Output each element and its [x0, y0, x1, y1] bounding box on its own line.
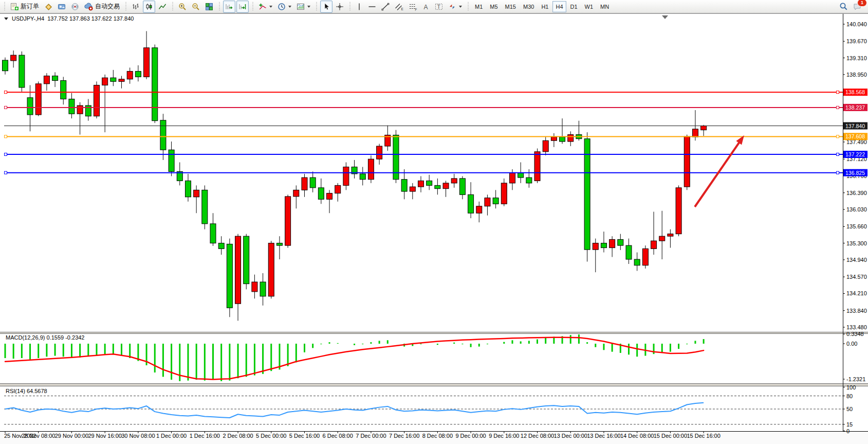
- zoom-out-icon: [192, 3, 200, 11]
- hline-marker[interactable]: [837, 171, 839, 174]
- new-order-icon: [10, 3, 19, 11]
- tile-windows-button[interactable]: [203, 1, 215, 13]
- candle: [69, 99, 75, 114]
- candle: [127, 72, 133, 79]
- toolbar-grip[interactable]: [316, 2, 317, 11]
- candle: [152, 48, 158, 121]
- fibonacci-button[interactable]: F: [407, 1, 419, 13]
- timeframe-m5[interactable]: M5: [487, 1, 501, 12]
- candle: [543, 140, 548, 152]
- line-chart-icon: [158, 3, 167, 11]
- svg-text:A: A: [424, 3, 428, 10]
- candle: [135, 72, 141, 77]
- hline-marker[interactable]: [5, 135, 7, 138]
- price-tag-label: 136.825: [845, 170, 865, 176]
- cursor-button[interactable]: [320, 1, 333, 13]
- candle: [252, 282, 257, 292]
- equidistant-channel-button[interactable]: E: [393, 1, 405, 13]
- timeframe-m30[interactable]: M30: [520, 1, 537, 12]
- candle: [377, 146, 382, 159]
- price-tick-label: 134.210: [846, 290, 867, 296]
- candle: [551, 137, 557, 140]
- notifications-button[interactable]: 1: [851, 1, 864, 13]
- chart-window[interactable]: 140.040139.670139.310138.950137.490137.1…: [0, 13, 868, 444]
- timeframe-mn[interactable]: MN: [597, 1, 612, 12]
- timeframe-m15[interactable]: M15: [502, 1, 519, 12]
- trendline-button[interactable]: [379, 1, 392, 13]
- hline-marker[interactable]: [5, 91, 7, 94]
- candle: [501, 183, 507, 204]
- zoom-in-button[interactable]: [176, 1, 189, 13]
- toolbar-grip[interactable]: [467, 2, 469, 11]
- timeframe-w1[interactable]: W1: [582, 1, 597, 12]
- bar-chart-button[interactable]: [130, 1, 142, 13]
- timeframe-h4[interactable]: H4: [552, 1, 566, 12]
- candle: [19, 55, 25, 87]
- arrows-button[interactable]: [446, 1, 464, 13]
- candle: [260, 282, 266, 296]
- toolbar-grip[interactable]: [172, 2, 173, 11]
- time-label: 14 Dec 08:00: [620, 433, 654, 439]
- time-label: 30 Nov 08:00: [121, 433, 155, 439]
- vertical-line-button[interactable]: [354, 1, 365, 13]
- time-label: 15 Dec 16:00: [687, 433, 720, 439]
- profiles-button[interactable]: [42, 1, 54, 13]
- text-label-button[interactable]: T: [433, 1, 445, 13]
- price-tick-label: 139.670: [846, 38, 867, 44]
- text-button[interactable]: A: [420, 1, 432, 13]
- time-label: 2 Dec 08:00: [223, 433, 253, 439]
- zoom-out-button[interactable]: [190, 1, 202, 13]
- search-button[interactable]: [837, 1, 850, 13]
- templates-button[interactable]: [294, 1, 312, 13]
- candle: [401, 180, 407, 191]
- crosshair-icon: [336, 3, 344, 11]
- time-label: 29 Nov 00:00: [55, 433, 88, 439]
- new-order-label: 新订单: [21, 2, 39, 11]
- candle: [343, 167, 349, 185]
- price-tick-label: 136.030: [846, 206, 867, 212]
- cursor-icon: [322, 3, 330, 11]
- hline-marker[interactable]: [837, 106, 839, 109]
- candle: [169, 150, 174, 171]
- hline-marker[interactable]: [837, 91, 839, 94]
- market-watch-button[interactable]: [56, 1, 68, 13]
- toolbar-grip[interactable]: [125, 2, 126, 11]
- candle: [218, 243, 224, 249]
- timeframe-m1[interactable]: M1: [472, 1, 486, 12]
- chart-canvas[interactable]: 140.040139.670139.310138.950137.490137.1…: [0, 13, 868, 444]
- toolbar-grip[interactable]: [218, 2, 220, 11]
- crosshair-button[interactable]: [334, 1, 346, 13]
- chart-menu-icon[interactable]: [4, 17, 8, 20]
- time-label: 7 Dec 16:00: [389, 433, 419, 439]
- timeframe-h1[interactable]: H1: [538, 1, 551, 12]
- indicators-button[interactable]: [256, 1, 274, 13]
- macd-tick-label: 0.3348: [846, 331, 864, 337]
- hline-marker[interactable]: [5, 106, 7, 109]
- line-chart-button[interactable]: [156, 1, 169, 13]
- time-label: 13 Dec 16:00: [587, 433, 620, 439]
- periods-icon: [278, 3, 286, 11]
- hline-marker[interactable]: [5, 171, 7, 174]
- rsi-label: RSI(14) 64.5678: [6, 388, 47, 394]
- hline-marker[interactable]: [5, 153, 7, 156]
- candle: [659, 236, 665, 241]
- periods-button[interactable]: [275, 1, 293, 13]
- signals-button[interactable]: [69, 1, 81, 13]
- toolbar-grip[interactable]: [4, 2, 5, 11]
- hline-marker[interactable]: [837, 135, 839, 138]
- autotrading-label: 自动交易: [95, 2, 120, 11]
- toolbar-grip[interactable]: [349, 2, 350, 11]
- candlestick-chart-button[interactable]: [143, 1, 155, 13]
- chart-symbol-title: USDJPY-,H4 137.752 137.863 137.622 137.8…: [4, 15, 134, 22]
- hline-marker[interactable]: [837, 153, 839, 156]
- timeframe-d1[interactable]: D1: [567, 1, 581, 12]
- auto-scroll-button[interactable]: [223, 1, 235, 13]
- auto-scroll-icon: [225, 3, 233, 11]
- chart-shift-button[interactable]: [236, 1, 249, 13]
- toolbar-grip[interactable]: [252, 2, 253, 11]
- horizontal-line-button[interactable]: [366, 1, 378, 13]
- candle: [35, 84, 41, 115]
- svg-text:F: F: [415, 7, 417, 11]
- new-order-button[interactable]: 新订单: [8, 1, 41, 13]
- autotrading-button[interactable]: 自动交易: [82, 1, 122, 13]
